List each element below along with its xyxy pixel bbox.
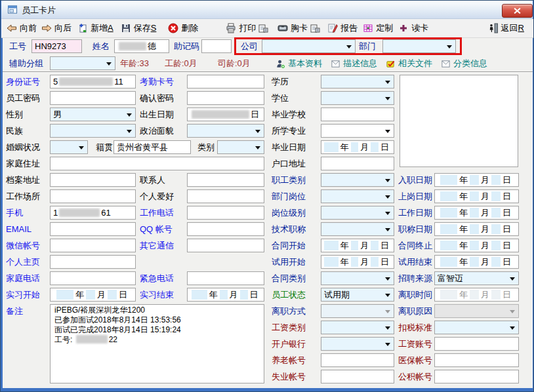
contract-end-field[interactable]: 年月日 [434,239,519,252]
probation-end-field[interactable]: 年月日 [434,255,519,269]
window-icon [7,5,18,14]
id-number-field[interactable]: 511 [50,75,136,88]
workplace-field[interactable] [50,189,136,203]
email-label: EMAIL [6,222,31,236]
confirm-password-field[interactable] [187,91,264,105]
employee-type-label: 职工类别 [272,173,306,187]
qq-field[interactable] [187,222,264,236]
file-address-field[interactable] [50,173,136,187]
category-dropdown[interactable] [217,140,264,154]
employee-status-dropdown[interactable]: 试用期 [321,288,394,302]
marital-status-dropdown[interactable] [50,140,88,154]
major-label: 所学专业 [272,124,306,138]
gender-label: 性别 [6,108,23,121]
delete-button[interactable]: 删除 [168,22,198,34]
school-field[interactable] [321,108,394,121]
tab-category-info[interactable]: 分类信息 [441,58,487,69]
ethnicity-dropdown[interactable] [50,124,136,138]
housing-fund-account-field[interactable] [434,370,519,383]
badge-button[interactable]: 胸卡 [277,22,308,34]
recruit-source-dropdown[interactable]: 富智迈 [434,271,519,285]
work-date-label: 工作日期 [398,206,432,220]
report-button[interactable]: 报告 [327,22,358,34]
tech-title-dropdown[interactable] [321,222,394,236]
hire-date-field[interactable]: 年月日 [434,173,519,187]
redacted-text [76,335,108,343]
tax-standard-dropdown[interactable] [434,321,519,334]
hobby-field[interactable] [187,189,264,203]
other-contact-field[interactable] [187,239,264,252]
birth-date-field[interactable]: 日 [187,108,264,121]
onboard-date-field[interactable]: 年月日 [434,189,519,203]
contract-start-field[interactable]: 年月日 [321,239,394,252]
title-date-field[interactable]: 年月日 [434,222,519,236]
tab-description-info[interactable]: 描述信息 [331,58,377,69]
registered-address-field[interactable] [321,157,394,170]
native-place-field[interactable]: 贵州省黄平县 [113,140,191,154]
unemployment-account-label: 失业帐号 [272,370,306,383]
attendance-card-field[interactable] [187,75,264,88]
read-card-button[interactable]: 读卡 [398,22,428,34]
intern-end-field[interactable]: 年月日 [187,288,264,302]
name-field[interactable]: 德 [114,39,169,53]
probation-start-field[interactable]: 年月日 [321,255,394,269]
home-phone-field[interactable] [50,271,136,285]
bank-label: 开户银行 [272,337,306,351]
department-dropdown[interactable] [382,39,456,53]
return-button[interactable]: 返回R [488,22,524,34]
work-date-field[interactable]: 年月日 [434,206,519,220]
political-status-dropdown[interactable] [187,124,264,138]
email-field[interactable] [50,222,136,236]
backward-button[interactable]: 向后 [41,22,72,34]
notes-textarea[interactable]: iPEBG/裕展深圳龙华1200 已参加面试2018年8月14日 13:53:5… [50,304,264,383]
mobile-field[interactable]: 161 [50,206,136,220]
company-dropdown[interactable] [262,39,356,53]
homepage-field[interactable] [50,255,136,269]
department-label: 部门 [359,39,376,53]
employee-id-field[interactable]: HN9273 [31,39,82,53]
workplace-label: 工作场所 [6,189,40,203]
dept-position-dropdown[interactable] [321,189,394,203]
wechat-field[interactable] [50,239,136,252]
tab-basic-info[interactable]: 基本资料 [276,58,322,69]
add-button[interactable]: 新增A [77,22,113,34]
degree-dropdown[interactable] [321,91,394,105]
emergency-phone-field[interactable] [187,271,264,285]
employee-type-dropdown[interactable] [321,173,394,187]
print-preview-button[interactable] [258,23,268,33]
home-address-field[interactable] [50,157,264,170]
resign-method-dropdown [321,304,394,318]
gender-dropdown[interactable]: 男 [50,108,136,121]
intern-start-field[interactable]: 年月日 [50,288,136,302]
major-dropdown[interactable] [321,124,394,138]
unemployment-account-field[interactable] [321,370,394,383]
print-button[interactable]: 打印 [226,22,256,34]
medical-account-field[interactable] [434,353,519,367]
customize-button[interactable]: 定制 [363,22,393,34]
bank-dropdown[interactable] [321,337,394,351]
redacted-text [59,208,100,217]
position-level-dropdown[interactable] [321,206,394,220]
graduation-date-field[interactable]: 年月日 [321,140,394,154]
work-phone-field[interactable] [187,206,264,220]
tab-related-files[interactable]: 相关文件 [386,58,432,69]
print-preview-button-2[interactable] [310,23,320,33]
hobby-label: 个人爱好 [140,189,174,203]
contact-person-field[interactable] [187,173,264,187]
salary-account-field[interactable] [434,337,519,351]
pension-account-field[interactable] [321,353,394,367]
aux-group-dropdown[interactable] [50,56,115,70]
home-address-label: 家庭住址 [6,157,40,170]
education-dropdown[interactable] [321,75,394,88]
salary-type-dropdown[interactable] [321,321,394,334]
close-button[interactable] [502,4,533,18]
contract-type-dropdown[interactable] [321,271,394,285]
person-icon [276,59,285,69]
hand-left-icon [7,23,17,33]
forward-button[interactable]: 向前 [7,22,37,34]
password-field[interactable] [50,91,136,105]
save-button[interactable]: 保存S [121,22,157,34]
resign-time-label: 离职时间 [398,288,432,302]
contract-end-label: 合同终止 [398,239,432,252]
mnemonic-field[interactable] [201,39,232,53]
